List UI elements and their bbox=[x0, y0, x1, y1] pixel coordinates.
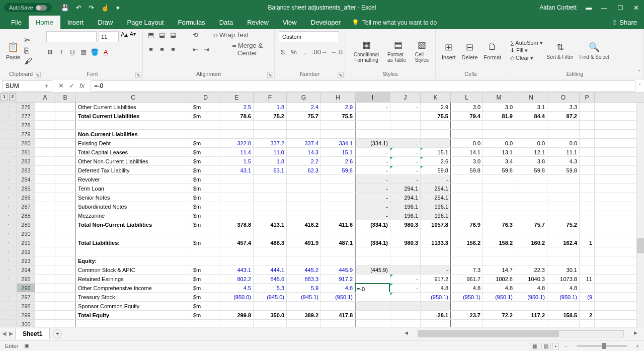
cancel-formula-icon[interactable]: ✕ bbox=[58, 82, 64, 89]
macro-record-icon[interactable]: ▣ bbox=[24, 342, 29, 349]
font-size-input[interactable] bbox=[99, 31, 119, 42]
col-header-H[interactable]: H bbox=[321, 93, 355, 102]
tell-me-search[interactable]: 💡Tell me what you want to do bbox=[348, 16, 441, 29]
col-header-G[interactable]: G bbox=[287, 93, 321, 102]
col-header-J[interactable]: J bbox=[390, 93, 421, 102]
underline-button[interactable]: U bbox=[68, 48, 76, 56]
name-box[interactable]: SUM▼ bbox=[2, 80, 52, 92]
enter-formula-icon[interactable]: ✓ bbox=[69, 82, 74, 89]
ribbon-options-icon[interactable]: ▬ bbox=[586, 4, 592, 11]
save-icon[interactable]: 💾 bbox=[61, 4, 69, 12]
tab-view[interactable]: View bbox=[276, 16, 304, 29]
tab-page-layout[interactable]: Page Layout bbox=[120, 16, 171, 29]
row-header[interactable]: 293 bbox=[17, 256, 35, 265]
zoom-in-icon[interactable]: + bbox=[636, 343, 639, 349]
autosum-button[interactable]: ∑ AutoSum ▾ bbox=[510, 40, 543, 46]
col-header-D[interactable]: D bbox=[191, 93, 220, 102]
font-launcher-icon[interactable]: ⬊ bbox=[135, 72, 141, 78]
row-header[interactable]: 280 bbox=[17, 139, 35, 147]
tab-review[interactable]: Review bbox=[240, 16, 276, 29]
row-header[interactable]: 281 bbox=[17, 148, 35, 156]
qat-more-icon[interactable]: ▾ bbox=[116, 4, 120, 12]
row-header[interactable]: 292 bbox=[17, 247, 35, 256]
sort-filter-button[interactable]: ⇅Sort & Filter bbox=[545, 39, 576, 62]
tab-data[interactable]: Data bbox=[212, 16, 240, 29]
decrease-indent-icon[interactable]: ⇤ bbox=[191, 46, 199, 53]
touch-icon[interactable]: ☝ bbox=[101, 4, 109, 12]
insert-cells-button[interactable]: ⊞Insert bbox=[440, 39, 458, 62]
col-header-M[interactable]: M bbox=[483, 93, 515, 102]
view-buttons[interactable]: ▦ ▤ ▪ bbox=[530, 343, 559, 349]
row-header[interactable]: 297 bbox=[17, 293, 35, 301]
share-button[interactable]: ⇪Share bbox=[605, 16, 644, 29]
row-header[interactable]: 287 bbox=[17, 202, 35, 211]
fx-icon[interactable]: fx bbox=[79, 82, 85, 89]
row-header[interactable]: 294 bbox=[17, 265, 35, 274]
autosave-toggle[interactable]: AutoSave bbox=[4, 3, 52, 12]
col-header-B[interactable]: B bbox=[55, 93, 75, 102]
copy-icon[interactable]: ⎘ bbox=[24, 46, 32, 55]
col-header-A[interactable]: A bbox=[35, 93, 55, 102]
alignment-launcher-icon[interactable]: ⬊ bbox=[267, 72, 273, 78]
orientation-icon[interactable]: ⟲ bbox=[191, 31, 199, 39]
align-bottom-icon[interactable]: ⬓ bbox=[169, 31, 177, 39]
tab-formulas[interactable]: Formulas bbox=[171, 16, 212, 29]
fill-color-button[interactable]: 🪣 bbox=[91, 48, 99, 56]
border-button[interactable]: ▦ bbox=[79, 48, 88, 56]
redo-icon[interactable]: ↷ bbox=[89, 4, 94, 12]
delete-cells-button[interactable]: ⊟Delete bbox=[460, 39, 480, 62]
row-header[interactable]: 290 bbox=[17, 229, 35, 238]
clear-button[interactable]: ◇ Clear ▾ bbox=[510, 55, 543, 61]
font-name-input[interactable] bbox=[46, 31, 97, 42]
row-header[interactable]: 298 bbox=[17, 302, 35, 310]
shrink-font-icon[interactable]: A▾ bbox=[130, 31, 136, 42]
find-select-button[interactable]: 🔍Find & Select bbox=[577, 39, 611, 62]
zoom-out-icon[interactable]: − bbox=[564, 343, 567, 349]
col-header-E[interactable]: E bbox=[220, 93, 254, 102]
row-header[interactable]: 286 bbox=[17, 193, 35, 202]
fill-button[interactable]: ⬇ Fill ▾ bbox=[510, 47, 543, 54]
col-header-L[interactable]: L bbox=[451, 93, 483, 102]
row-header[interactable]: 277 bbox=[17, 112, 35, 120]
paste-button[interactable]: 📋Paste bbox=[4, 39, 22, 62]
minimize-icon[interactable]: — bbox=[601, 4, 607, 12]
row-header[interactable]: 276 bbox=[17, 103, 35, 111]
align-top-icon[interactable]: ⬒ bbox=[147, 31, 155, 39]
row-header[interactable]: 283 bbox=[17, 166, 35, 174]
col-header-K[interactable]: K bbox=[421, 93, 451, 102]
collapse-ribbon-icon[interactable]: ˄ bbox=[638, 69, 641, 76]
row-header[interactable]: 279 bbox=[17, 130, 35, 138]
row-header[interactable]: 296 bbox=[17, 284, 35, 292]
increase-indent-icon[interactable]: ⇥ bbox=[202, 46, 210, 53]
number-launcher-icon[interactable]: ⬊ bbox=[338, 72, 344, 78]
format-painter-icon[interactable]: 🖌 bbox=[24, 57, 32, 66]
user-name[interactable]: Aidan Corbett bbox=[540, 4, 577, 11]
cell-styles-button[interactable]: ▧Cell Styles bbox=[413, 37, 431, 65]
row-header[interactable]: 282 bbox=[17, 157, 35, 165]
font-color-button[interactable]: A bbox=[102, 48, 110, 56]
bold-button[interactable]: B bbox=[46, 48, 54, 56]
percent-icon[interactable]: % bbox=[290, 48, 298, 56]
align-middle-icon[interactable]: ⬓ bbox=[158, 31, 166, 39]
formula-bar[interactable]: =-0 bbox=[91, 80, 635, 92]
close-icon[interactable]: ✕ bbox=[633, 4, 639, 12]
format-as-table-button[interactable]: ▤Format as Table bbox=[385, 37, 411, 65]
currency-icon[interactable]: $ bbox=[279, 48, 287, 56]
row-header[interactable]: 299 bbox=[17, 311, 35, 319]
row-header[interactable]: 285 bbox=[17, 184, 35, 193]
col-header-C[interactable]: C bbox=[75, 93, 191, 102]
zoom-slider[interactable] bbox=[577, 345, 627, 347]
expand-formula-icon[interactable]: ˅ bbox=[635, 83, 644, 88]
align-right-icon[interactable]: ≡ bbox=[169, 46, 177, 53]
comma-icon[interactable]: , bbox=[301, 48, 309, 56]
wrap-text-button[interactable]: ⬄ Wrap Text bbox=[213, 31, 249, 39]
tab-draw[interactable]: Draw bbox=[91, 16, 120, 29]
italic-button[interactable]: I bbox=[57, 48, 65, 56]
tab-file[interactable]: File bbox=[4, 16, 29, 29]
sheet-next-icon[interactable]: ▶ bbox=[9, 330, 13, 337]
horizontal-scrollbar[interactable]: ◀ ▶ bbox=[403, 330, 639, 338]
number-format-select[interactable] bbox=[279, 31, 339, 42]
col-header-O[interactable]: O bbox=[547, 93, 580, 102]
row-header[interactable]: 300 bbox=[17, 320, 35, 327]
cut-icon[interactable]: ✂ bbox=[24, 35, 32, 45]
